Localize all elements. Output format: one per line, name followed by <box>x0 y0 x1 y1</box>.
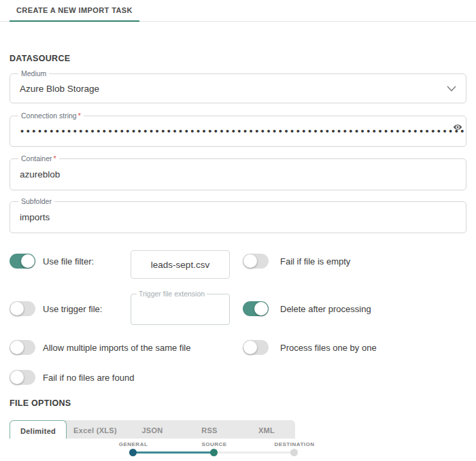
container-label: Container* <box>18 154 59 163</box>
medium-select[interactable]: Medium Azure Blob Storage <box>10 73 466 103</box>
use-file-filter-label: Use file filter: <box>43 256 94 267</box>
container-field[interactable]: Container* azureblob <box>10 158 466 190</box>
toggle-thumb <box>10 302 24 315</box>
connection-string-field[interactable]: Connection string* •••••••••••••••••••••… <box>10 116 466 147</box>
step-general-label: GENERAL <box>92 441 174 447</box>
visibility-eye-icon[interactable] <box>453 122 462 132</box>
toggle-thumb <box>10 341 24 354</box>
step-dot-destination[interactable] <box>290 449 298 456</box>
file-filter-input[interactable]: leads-sept.csv <box>131 250 230 279</box>
connection-string-label-text: Connection string <box>21 112 77 120</box>
toggle-thumb <box>21 254 35 268</box>
subfolder-field[interactable]: Subfolder imports <box>10 201 466 233</box>
allow-multiple-imports-label: Allow multiple imports of the same file <box>43 343 190 353</box>
use-trigger-file-label: Use trigger file: <box>43 304 102 314</box>
step-dot-source[interactable] <box>210 449 218 456</box>
trigger-file-extension-input[interactable]: Trigger file extension <box>131 294 230 325</box>
container-label-text: Container <box>21 154 52 163</box>
toggle-thumb <box>254 302 268 315</box>
delete-after-processing-label: Delete after processing <box>280 304 371 314</box>
wizard-stepper: GENERAL SOURCE DESTINATION <box>0 439 476 461</box>
toggle-thumb <box>243 254 257 268</box>
fail-if-file-empty-toggle[interactable] <box>243 254 269 269</box>
subfolder-label: Subfolder <box>18 197 54 205</box>
step-connector-source-destination <box>214 451 294 454</box>
connection-string-masked-value[interactable]: ••••••••••••••••••••••••••••••••••••••••… <box>10 116 466 146</box>
process-files-one-by-one-toggle[interactable] <box>243 340 269 355</box>
step-source-label: SOURCE <box>173 441 255 447</box>
fail-if-file-empty-label: Fail if file is empty <box>280 256 350 267</box>
toggle-thumb <box>243 341 257 354</box>
tab-create-import-task[interactable]: CREATE A NEW IMPORT TASK <box>10 0 139 22</box>
process-files-one-by-one-label: Process files one by one <box>280 343 377 353</box>
required-asterisk: * <box>54 154 56 163</box>
allow-multiple-imports-toggle[interactable] <box>10 340 35 355</box>
step-dot-general[interactable] <box>129 449 137 456</box>
delete-after-processing-toggle[interactable] <box>243 301 269 316</box>
datasource-heading: DATASOURCE <box>10 54 70 63</box>
subfolder-value[interactable]: imports <box>10 202 466 233</box>
trigger-file-extension-label: Trigger file extension <box>137 290 207 298</box>
medium-label: Medium <box>18 69 49 78</box>
required-asterisk: * <box>78 112 81 120</box>
use-file-filter-toggle[interactable] <box>10 254 35 269</box>
toggle-thumb <box>10 371 24 384</box>
step-connector-general-source <box>133 451 214 454</box>
connection-string-label: Connection string* <box>18 112 84 120</box>
medium-value: Azure Blob Storage <box>10 74 466 103</box>
use-trigger-file-toggle[interactable] <box>10 301 35 316</box>
file-options-heading: FILE OPTIONS <box>10 398 71 408</box>
chevron-down-icon[interactable] <box>447 86 456 92</box>
fail-if-no-files-label: Fail if no files are found <box>43 373 134 383</box>
step-destination-label: DESTINATION <box>254 441 335 447</box>
tab-create-import-task-label: CREATE A NEW IMPORT TASK <box>16 6 133 14</box>
container-value[interactable]: azureblob <box>10 159 466 190</box>
fail-if-no-files-toggle[interactable] <box>10 370 35 385</box>
